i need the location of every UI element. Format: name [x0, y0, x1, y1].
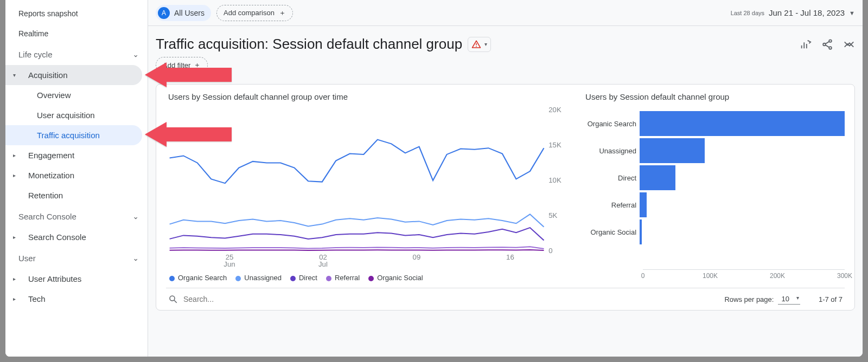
bar-fill	[640, 138, 705, 163]
bar-track	[640, 138, 845, 163]
bar-label: Referral	[583, 201, 640, 209]
bar-fill	[640, 111, 845, 136]
svg-text:10K: 10K	[548, 177, 561, 184]
sidebar-section-search-console[interactable]: Search Console ⌃	[5, 205, 148, 227]
bar-chart-title: Users by Session default channel group	[585, 92, 845, 101]
bar-row[interactable]: Organic Social	[583, 218, 845, 245]
line-chart-legend: Organic SearchUnassignedDirectReferralOr…	[166, 269, 571, 283]
annotation-arrow-1	[145, 62, 232, 87]
sidebar-item-search-console[interactable]: ▸Search Console	[5, 227, 142, 247]
chevron-up-icon: ⌃	[132, 50, 139, 59]
bar-row[interactable]: Direct	[583, 164, 845, 191]
bar-row[interactable]: Referral	[583, 191, 845, 218]
audience-avatar-icon: A	[158, 7, 170, 19]
svg-rect-1	[476, 46, 477, 47]
svg-text:02Jul: 02Jul	[318, 254, 328, 268]
insights-icon[interactable]	[843, 38, 855, 50]
sidebar-item-overview[interactable]: Overview	[5, 85, 142, 105]
svg-text:15K: 15K	[548, 142, 561, 149]
bar-chart[interactable]: Organic SearchUnassignedDirectReferralOr…	[583, 107, 845, 269]
rows-per-page-select[interactable]: 10	[778, 294, 800, 305]
axis-tick: 0	[641, 272, 645, 280]
rows-per-page-label: Rows per page:	[724, 295, 774, 303]
search-input[interactable]	[183, 295, 719, 303]
sidebar-item-label: User Attributes	[28, 274, 81, 283]
sidebar-item-tech[interactable]: ▸Tech	[5, 289, 142, 309]
caret-down-icon: ▼	[849, 10, 855, 16]
annotation-arrow-2	[145, 122, 232, 147]
section-label: Search Console	[18, 212, 76, 221]
bar-fill	[640, 219, 642, 244]
bar-fill	[640, 192, 647, 217]
table-toolbar: Rows per page: 10 1-7 of 7	[166, 288, 845, 306]
sidebar-item-reports-snapshot[interactable]: Reports snapshot	[5, 3, 142, 23]
legend-item[interactable]: Organic Social	[368, 274, 423, 282]
bar-row[interactable]: Unassigned	[583, 137, 845, 164]
bar-row[interactable]: Organic Search	[583, 110, 845, 137]
warning-icon	[471, 40, 481, 49]
sidebar-item-label: Realtime	[18, 29, 48, 38]
audience-label: All Users	[174, 9, 205, 17]
legend-item[interactable]: Direct	[290, 274, 317, 282]
caret-right-icon: ▸	[13, 276, 16, 282]
legend-dot-icon	[169, 276, 175, 281]
main-content: A All Users Add comparison ＋ Last 28 day…	[148, 0, 863, 357]
bar-label: Organic Search	[583, 120, 640, 128]
pagination: Rows per page: 10 1-7 of 7	[724, 294, 843, 305]
sidebar-item-user-attributes[interactable]: ▸User Attributes	[5, 269, 142, 289]
caret-right-icon: ▸	[13, 152, 16, 158]
title-actions	[800, 38, 855, 50]
plus-icon: ＋	[279, 8, 286, 18]
share-icon[interactable]	[821, 38, 833, 50]
svg-text:16: 16	[506, 254, 514, 261]
sidebar-item-traffic-acquisition[interactable]: Traffic acquisition	[5, 125, 142, 145]
caret-right-icon: ▸	[13, 172, 16, 178]
svg-point-14	[170, 296, 175, 301]
legend-item[interactable]: Organic Search	[169, 274, 227, 282]
warning-dropdown[interactable]: ▾	[468, 37, 491, 52]
sidebar-item-label: Search Console	[28, 232, 86, 242]
sidebar-item-label: Reports snapshot	[18, 9, 78, 18]
svg-text:25Jun: 25Jun	[224, 254, 235, 268]
title-bar: Traffic acquisition: Session default cha…	[148, 26, 863, 57]
sidebar-item-realtime[interactable]: Realtime	[5, 23, 142, 43]
bar-label: Direct	[583, 174, 640, 182]
sidebar-item-label: Acquisition	[28, 70, 68, 80]
sidebar-section-user[interactable]: User ⌃	[5, 247, 148, 269]
section-label: User	[18, 254, 36, 263]
svg-text:20K: 20K	[548, 107, 561, 114]
topbar: A All Users Add comparison ＋ Last 28 day…	[148, 0, 863, 26]
svg-text:09: 09	[413, 254, 421, 261]
sidebar-item-engagement[interactable]: ▸Engagement	[5, 145, 142, 165]
sidebar: Reports snapshot Realtime Life cycle ⌃ ▾…	[5, 0, 148, 357]
sidebar-item-acquisition[interactable]: ▾Acquisition	[5, 65, 142, 85]
sidebar-item-monetization[interactable]: ▸Monetization	[5, 165, 142, 185]
caret-right-icon: ▸	[13, 234, 16, 240]
charts-card: Users by Session default channel group o…	[156, 84, 855, 311]
audience-chip[interactable]: A All Users	[156, 5, 211, 21]
legend-item[interactable]: Unassigned	[235, 274, 282, 282]
sidebar-item-retention[interactable]: Retention	[5, 185, 142, 205]
axis-tick: 100K	[703, 272, 718, 280]
sidebar-item-user-acquisition[interactable]: User acquisition	[5, 105, 142, 125]
bar-chart-axis: 0100K200K300K	[643, 269, 845, 285]
legend-dot-icon	[290, 276, 296, 281]
svg-rect-0	[476, 43, 477, 45]
sidebar-item-label: Retention	[28, 191, 63, 200]
date-range-picker[interactable]: Last 28 days Jun 21 - Jul 18, 2023 ▼	[731, 8, 855, 17]
add-comparison-button[interactable]: Add comparison ＋	[216, 5, 293, 21]
sidebar-item-label: Overview	[37, 90, 71, 100]
sidebar-section-life-cycle[interactable]: Life cycle ⌃	[5, 43, 148, 65]
sidebar-item-label: Traffic acquisition	[37, 131, 100, 140]
pagination-range: 1-7 of 7	[819, 295, 843, 303]
legend-dot-icon	[235, 276, 241, 281]
filter-bar: Add filter ＋	[148, 57, 863, 80]
sidebar-item-label: Tech	[28, 294, 46, 303]
date-range-value: Jun 21 - Jul 18, 2023	[769, 8, 845, 17]
axis-tick: 200K	[770, 272, 785, 280]
legend-item[interactable]: Referral	[326, 274, 360, 282]
customize-report-icon[interactable]	[800, 38, 812, 50]
add-comparison-label: Add comparison	[224, 9, 275, 17]
caret-right-icon: ▸	[13, 296, 16, 302]
bar-track	[640, 192, 845, 217]
